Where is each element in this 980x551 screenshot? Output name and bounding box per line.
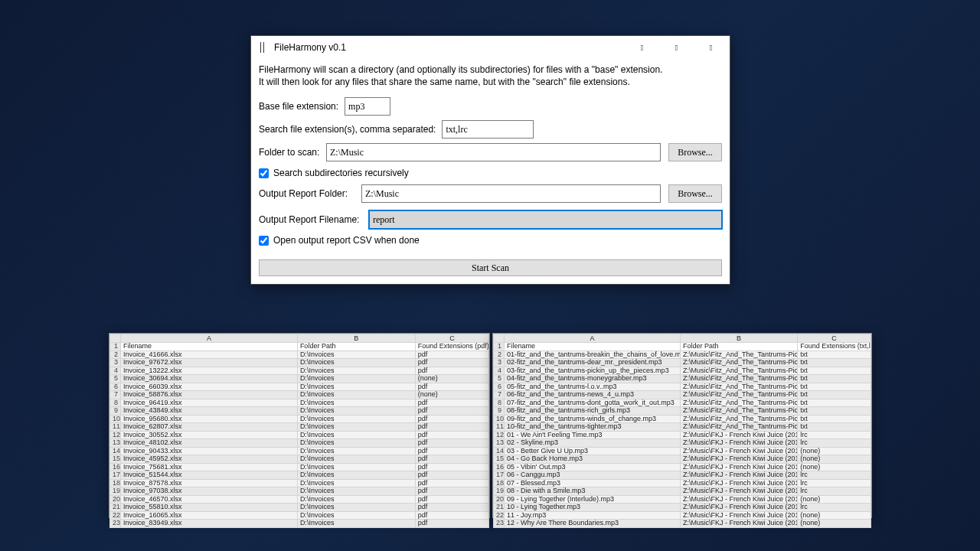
data-cell[interactable]: D:\Invoices (297, 359, 415, 367)
header-cell[interactable]: Folder Path (297, 343, 415, 351)
row-number[interactable]: 12 (110, 431, 121, 439)
maximize-button[interactable]:  (659, 36, 694, 59)
row-number[interactable]: 6 (494, 383, 505, 391)
data-cell[interactable]: Invoice_30552.xlsx (121, 431, 298, 439)
row-number[interactable]: 19 (494, 487, 505, 496)
data-cell[interactable]: Invoice_30694.xlsx (121, 375, 298, 383)
row-number[interactable]: 3 (110, 359, 121, 367)
data-cell[interactable]: 09 - Lying Together (Interlude).mp3 (505, 495, 681, 504)
data-cell[interactable]: (none) (415, 391, 488, 399)
data-cell[interactable]: Invoice_55810.xlsx (121, 504, 298, 512)
browse-folder-button[interactable]: Browse... (668, 143, 722, 161)
data-cell[interactable]: (none) (798, 520, 871, 528)
data-cell[interactable]: D:\Invoices (297, 383, 415, 391)
data-cell[interactable]: D:\Invoices (297, 495, 415, 504)
data-cell[interactable]: Invoice_97038.xlsx (121, 487, 298, 496)
data-cell[interactable]: 02 - Skyline.mp3 (505, 439, 681, 448)
data-cell[interactable]: D:\Invoices (297, 511, 415, 520)
data-cell[interactable]: txt (798, 423, 871, 432)
data-cell[interactable]: Z:\Music\Fitz_And_The_Tantrums-Pickin_Up (680, 415, 797, 423)
data-cell[interactable]: D:\Invoices (297, 520, 415, 528)
row-number[interactable]: 1 (110, 343, 121, 351)
recursive-checkbox[interactable] (259, 168, 269, 178)
data-cell[interactable]: txt (798, 350, 871, 359)
data-cell[interactable]: D:\Invoices (297, 367, 415, 375)
row-number[interactable]: 9 (494, 407, 505, 416)
data-cell[interactable]: Invoice_87578.xlsx (121, 479, 298, 487)
data-cell[interactable]: Invoice_97672.xlsx (121, 359, 298, 367)
header-cell[interactable]: Found Extensions (txt,lrc) (798, 343, 871, 351)
data-cell[interactable]: 01-fitz_and_the_tantrums-breakin_the_cha… (505, 350, 681, 359)
data-cell[interactable]: pdf (415, 511, 488, 520)
data-cell[interactable]: lrc (798, 504, 871, 512)
data-cell[interactable]: Z:\Music\FKJ - French Kiwi Juice (2017) (680, 447, 797, 455)
data-cell[interactable]: D:\Invoices (297, 504, 415, 512)
data-cell[interactable]: txt (798, 367, 871, 375)
close-button[interactable]:  (694, 36, 728, 59)
row-number[interactable]: 1 (494, 343, 505, 351)
data-cell[interactable]: Z:\Music\Fitz_And_The_Tantrums-Pickin_Up (680, 383, 797, 391)
data-cell[interactable]: txt (798, 407, 871, 416)
data-cell[interactable]: pdf (415, 431, 488, 439)
data-cell[interactable]: 06-fitz_and_the_tantrums-news_4_u.mp3 (505, 391, 681, 399)
data-cell[interactable]: 01 - We Ain't Feeling Time.mp3 (505, 431, 681, 439)
data-cell[interactable]: (none) (798, 447, 871, 455)
row-number[interactable]: 23 (494, 520, 505, 528)
data-cell[interactable]: pdf (415, 415, 488, 423)
output-folder-input[interactable] (361, 184, 661, 203)
data-cell[interactable]: 12 - Why Are There Boundaries.mp3 (505, 520, 681, 528)
col-letter[interactable]: B (680, 334, 797, 343)
row-number[interactable]: 17 (494, 471, 505, 480)
data-cell[interactable]: pdf (415, 439, 488, 448)
data-cell[interactable]: Invoice_51544.xlsx (121, 471, 298, 480)
data-cell[interactable]: Z:\Music\Fitz_And_The_Tantrums-Pickin_Up (680, 350, 797, 359)
data-cell[interactable]: txt (798, 375, 871, 383)
row-number[interactable]: 15 (110, 455, 121, 464)
data-cell[interactable]: pdf (415, 407, 488, 416)
data-cell[interactable]: txt (798, 383, 871, 391)
data-cell[interactable]: 02-fitz_and_the_tantrums-dear_mr._presid… (505, 359, 681, 367)
data-cell[interactable]: txt (798, 415, 871, 423)
data-cell[interactable]: 04 - Go Back Home.mp3 (505, 455, 681, 464)
data-cell[interactable]: D:\Invoices (297, 391, 415, 399)
row-number[interactable]: 10 (110, 415, 121, 423)
browse-output-button[interactable]: Browse... (668, 184, 722, 203)
data-cell[interactable]: (none) (798, 495, 871, 504)
data-cell[interactable]: txt (798, 399, 871, 407)
data-cell[interactable]: D:\Invoices (297, 350, 415, 359)
data-cell[interactable]: (none) (798, 455, 871, 464)
row-number[interactable]: 21 (110, 504, 121, 512)
row-number[interactable]: 11 (110, 423, 121, 432)
data-cell[interactable]: D:\Invoices (297, 415, 415, 423)
row-number[interactable]: 14 (494, 447, 505, 455)
data-cell[interactable]: Z:\Music\FKJ - French Kiwi Juice (2017) (680, 455, 797, 464)
data-cell[interactable]: 11 - Joy.mp3 (505, 511, 681, 520)
data-cell[interactable]: D:\Invoices (297, 471, 415, 480)
row-number[interactable]: 15 (494, 455, 505, 464)
data-cell[interactable]: 08-fitz_and_the_tantrums-rich_girls.mp3 (505, 407, 681, 416)
start-scan-button[interactable]: Start Scan (259, 259, 722, 276)
row-number[interactable]: 5 (494, 375, 505, 383)
data-cell[interactable]: Z:\Music\FKJ - French Kiwi Juice (2017) (680, 520, 797, 528)
data-cell[interactable]: Z:\Music\FKJ - French Kiwi Juice (2017) (680, 431, 797, 439)
row-number[interactable]: 11 (494, 423, 505, 432)
data-cell[interactable]: Z:\Music\Fitz_And_The_Tantrums-Pickin_Up (680, 359, 797, 367)
row-number[interactable]: 10 (494, 415, 505, 423)
data-cell[interactable]: pdf (415, 487, 488, 496)
data-cell[interactable]: Invoice_16065.xlsx (121, 511, 298, 520)
row-number[interactable]: 16 (494, 463, 505, 471)
spreadsheet-left-table[interactable]: A B C 1FilenameFolder PathFound Extensio… (109, 334, 489, 528)
col-letter[interactable]: B (297, 334, 415, 343)
data-cell[interactable]: pdf (415, 399, 488, 407)
row-number[interactable]: 14 (110, 447, 121, 455)
data-cell[interactable]: Invoice_48102.xlsx (121, 439, 298, 448)
data-cell[interactable]: pdf (415, 383, 488, 391)
data-cell[interactable]: txt (798, 391, 871, 399)
header-cell[interactable]: Found Extensions (pdf) (415, 343, 488, 351)
data-cell[interactable]: 10-fitz_and_the_tantrums-tighter.mp3 (505, 423, 681, 432)
data-cell[interactable]: pdf (415, 504, 488, 512)
data-cell[interactable]: 05 - Vibin' Out.mp3 (505, 463, 681, 471)
data-cell[interactable]: Z:\Music\FKJ - French Kiwi Juice (2017) (680, 495, 797, 504)
data-cell[interactable]: Invoice_45952.xlsx (121, 455, 298, 464)
data-cell[interactable]: Z:\Music\FKJ - French Kiwi Juice (2017) (680, 439, 797, 448)
